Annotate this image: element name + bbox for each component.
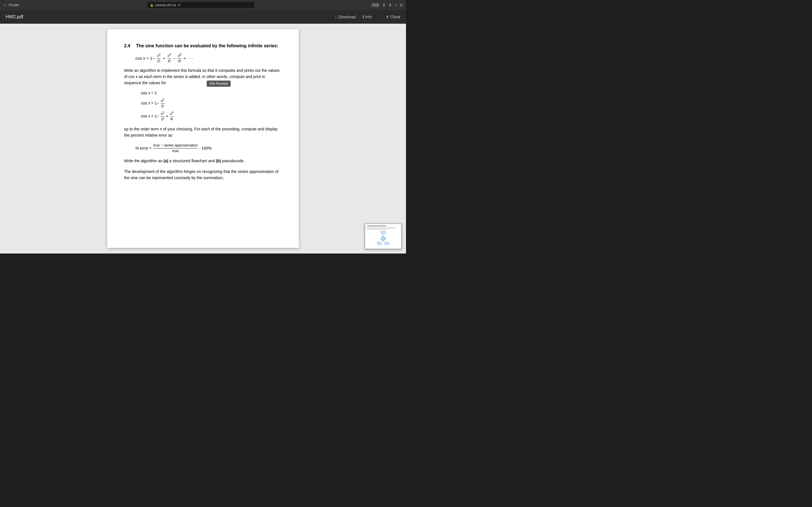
browser-actions: 🛡 1 ⬇ ⬆ + ⧉ — [371, 3, 403, 8]
cos-series-formula: cos x = 1− x2 2! + x4 4! − x6 6! + · · · — [135, 53, 282, 63]
eq2-frac: x2 2! — [161, 98, 164, 108]
plus-sign-1: + — [163, 56, 165, 61]
thumb-flowchart-middle — [380, 237, 386, 240]
shield-badge[interactable]: 🛡 1 — [371, 3, 379, 7]
windows-icon[interactable]: ⧉ — [400, 3, 403, 8]
error-label: % error = — [135, 146, 152, 151]
body-text-1: Write an algorithm to implement this for… — [124, 67, 282, 86]
minus-sign-1: − — [173, 56, 175, 61]
info-icon: ℹ — [363, 15, 364, 19]
frac-x4-4: x4 4! — [167, 53, 171, 63]
error-fraction: true − series approximation true — [153, 143, 198, 153]
download-indicator-icon[interactable]: ⬇ — [382, 3, 386, 7]
tab-area: ▭ Private — [3, 3, 19, 7]
eq3-plus: + — [166, 114, 168, 118]
section-header: 2.4 The sine function can be evaluated b… — [124, 43, 282, 48]
body-text-3: Write the algorithm as (a) a structured … — [124, 158, 282, 164]
url-text: canvas.sfu.ca — [155, 3, 175, 7]
share-icon[interactable]: ⬆ — [389, 3, 392, 7]
body-text-4: The development of the algorithm hinges … — [124, 168, 282, 181]
reload-icon[interactable]: ↺ — [177, 3, 181, 7]
lock-icon: 🔒 — [150, 4, 153, 7]
new-tab-icon[interactable]: + — [395, 3, 397, 7]
download-button[interactable]: ↓ Download — [335, 15, 356, 19]
eq1: cos x = 1 — [141, 91, 282, 95]
address-bar-container: 🔒 canvas.sfu.ca ↺ — [33, 2, 369, 8]
cos-label: cos x = 1− — [135, 56, 155, 61]
thumb-fc-diamond — [380, 236, 386, 241]
address-bar[interactable]: 🔒 canvas.sfu.ca ↺ — [147, 2, 254, 8]
nav-arrows: ‹ › — [22, 2, 30, 8]
shield-icon: 🛡 — [373, 3, 376, 7]
thumb-text-lines — [367, 227, 400, 230]
thumb-flowchart-top — [381, 231, 386, 234]
pdf-page: 2.4 The sine function can be evaluated b… — [107, 29, 299, 248]
section-intro: The sine function can be evaluated by th… — [136, 43, 278, 48]
tab-page-icon: ▭ — [3, 3, 6, 7]
frac-x6-6: x6 6! — [178, 53, 181, 63]
equations-block: cos x = 1 cos x = 1− x2 2! cos x = 1− x2… — [141, 91, 282, 121]
browser-bar: ▭ Private ‹ › 🔒 canvas.sfu.ca ↺ 🛡 1 ⬇ ⬆ … — [0, 0, 406, 10]
thumb-title — [367, 226, 387, 226]
toolbar-separator — [378, 14, 379, 20]
error-formula: % error = true − series approximation tr… — [135, 143, 282, 153]
eq2: cos x = 1− x2 2! — [141, 98, 282, 108]
back-button[interactable]: ‹ — [22, 2, 26, 8]
pdf-action-buttons: ↓ Download ℹ Info ✕ Close — [335, 14, 400, 20]
pdf-thumbnail[interactable] — [365, 224, 402, 249]
close-icon: ✕ — [386, 15, 389, 19]
close-label: Close — [390, 15, 400, 19]
pdf-content-area: 2.4 The sine function can be evaluated b… — [0, 24, 406, 253]
forward-button[interactable]: › — [27, 2, 31, 8]
download-label: Download — [338, 15, 356, 19]
ellipsis: + · · · — [184, 56, 193, 61]
eq3-frac2: x4 4! — [170, 111, 173, 121]
error-factor: · 100% — [199, 146, 212, 151]
info-button[interactable]: ℹ Info — [363, 15, 372, 19]
eq3: cos x = 1− x2 2! + x4 4! — [141, 111, 282, 121]
thumb-fc-box3 — [385, 242, 389, 245]
body-text-2: up to the order term n of your choosing.… — [124, 126, 282, 138]
frac-x2-2: x2 2! — [157, 53, 160, 63]
close-button[interactable]: ✕ Close — [386, 15, 400, 19]
download-icon: ↓ — [335, 15, 337, 19]
thumb-fc-box2 — [377, 242, 382, 245]
tab-private-label: Private — [9, 3, 19, 7]
thumb-fc-box1 — [381, 231, 386, 234]
eq3-frac1: x2 2! — [161, 111, 164, 121]
pdf-toolbar: HW2.pdf ↓ Download ℹ Info ✕ Close — [0, 10, 406, 24]
thumbnail-content — [365, 224, 401, 249]
info-label: Info — [365, 15, 372, 19]
error-formula-block: % error = true − series approximation tr… — [135, 143, 282, 153]
shield-count: 1 — [376, 3, 378, 7]
section-number: 2.4 — [124, 43, 130, 48]
pdf-filename: HW2.pdf — [6, 14, 335, 19]
